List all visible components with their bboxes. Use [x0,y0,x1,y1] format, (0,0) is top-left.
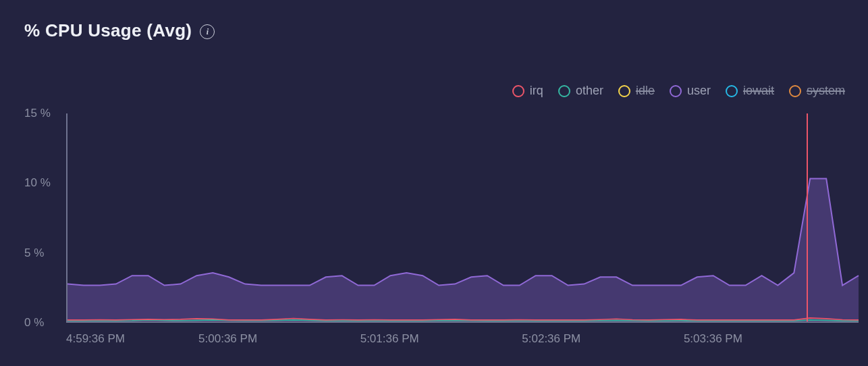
plot: 0 %5 %10 %15 % 4:59:36 PM5:00:36 PM5:01:… [24,107,859,352]
legend-swatch-system [789,85,801,97]
series-area-user [67,179,859,322]
y-tick-label: 0 % [24,316,44,330]
legend-item-user[interactable]: user [670,84,711,98]
legend-label: other [576,84,603,98]
legend-item-system[interactable]: system [789,84,845,98]
legend-swatch-iowait [726,85,738,97]
x-tick-label: 5:00:36 PM [198,332,257,346]
legend-label: user [687,84,711,98]
y-tick-label: 5 % [24,246,44,260]
legend-swatch-irq [512,85,524,97]
legend-item-idle[interactable]: idle [618,84,655,98]
series-line-user [67,179,859,286]
cpu-usage-panel: % CPU Usage (Avg) irqotheridleuseriowait… [0,0,868,366]
y-axis-labels: 0 %5 %10 %15 % [24,107,61,323]
cursor-line [807,113,808,321]
panel-title: % CPU Usage (Avg) [24,20,192,41]
legend: irqotheridleuseriowaitsystem [512,84,845,98]
chart-area[interactable] [66,113,859,323]
x-axis-labels: 4:59:36 PM5:00:36 PM5:01:36 PM5:02:36 PM… [66,325,859,352]
y-tick-label: 15 % [24,107,51,120]
series-svg [67,113,859,321]
legend-item-iowait[interactable]: iowait [726,84,774,98]
panel-header: % CPU Usage (Avg) [24,20,215,41]
x-tick-label: 5:03:36 PM [684,332,742,346]
legend-item-irq[interactable]: irq [512,84,543,98]
legend-swatch-user [670,85,682,97]
legend-label: iowait [743,84,774,98]
legend-label: irq [530,84,543,98]
legend-swatch-idle [618,85,630,97]
legend-swatch-other [558,85,570,97]
x-tick-label: 5:02:36 PM [522,332,580,346]
legend-item-other[interactable]: other [558,84,603,98]
info-icon[interactable] [200,24,215,39]
legend-label: system [807,84,845,98]
y-tick-label: 10 % [24,176,51,190]
x-tick-label: 5:01:36 PM [360,332,419,346]
x-tick-label: 4:59:36 PM [66,332,125,346]
legend-label: idle [636,84,655,98]
